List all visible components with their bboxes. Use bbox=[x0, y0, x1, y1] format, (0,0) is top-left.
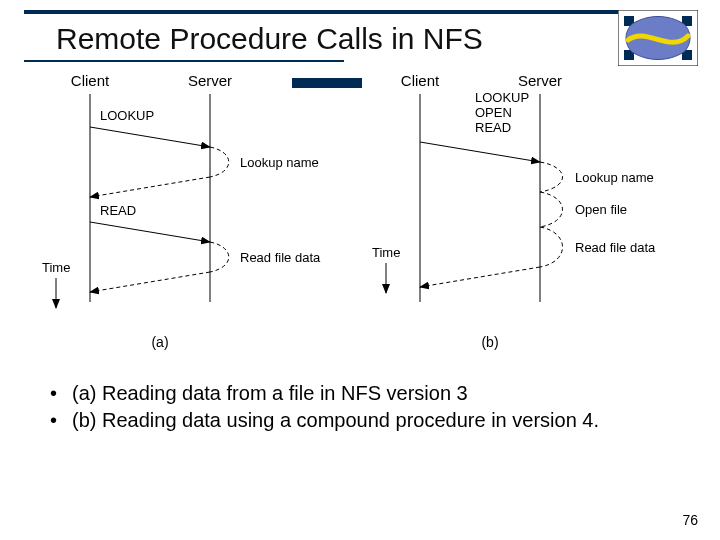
sequence-diagrams: Client Server LOOKUP Lookup name READ Re… bbox=[40, 72, 680, 362]
bullet-a: (a) Reading data from a file in NFS vers… bbox=[72, 380, 468, 407]
title-underline bbox=[24, 60, 344, 62]
time-label-a: Time bbox=[42, 260, 70, 275]
label-server-b: Server bbox=[518, 72, 562, 89]
caption-a: (a) bbox=[151, 334, 168, 350]
label-client-a: Client bbox=[71, 72, 110, 89]
header-rule bbox=[24, 10, 696, 14]
svg-line-9 bbox=[90, 222, 210, 242]
svg-line-14 bbox=[420, 142, 540, 162]
label-client-b: Client bbox=[401, 72, 440, 89]
svg-line-15 bbox=[420, 267, 540, 287]
bullet-dot-icon: • bbox=[50, 407, 72, 434]
reply-read-file-data-b: Read file data bbox=[575, 240, 656, 255]
op-lookup-a: LOOKUP bbox=[100, 108, 154, 123]
bullet-dot-icon: • bbox=[50, 380, 72, 407]
reply-lookup-name-a: Lookup name bbox=[240, 155, 319, 170]
label-server-a: Server bbox=[188, 72, 232, 89]
diagram-a: Client Server LOOKUP Lookup name READ Re… bbox=[42, 72, 321, 350]
page-number: 76 bbox=[682, 512, 698, 528]
reply-read-file-data-a: Read file data bbox=[240, 250, 321, 265]
logo-badge bbox=[618, 10, 698, 66]
op-read-b: READ bbox=[475, 120, 511, 135]
reply-open-file-b: Open file bbox=[575, 202, 627, 217]
svg-line-10 bbox=[90, 272, 210, 292]
bullet-b: (b) Reading data using a compound proced… bbox=[72, 407, 599, 434]
op-lookup-b: LOOKUP bbox=[475, 90, 529, 105]
caption-b: (b) bbox=[481, 334, 498, 350]
svg-line-7 bbox=[90, 127, 210, 147]
time-label-b: Time bbox=[372, 245, 400, 260]
reply-lookup-name-b: Lookup name bbox=[575, 170, 654, 185]
bullet-list: • (a) Reading data from a file in NFS ve… bbox=[50, 380, 680, 434]
diagram-b: Client Server LOOKUP OPEN READ Lookup na… bbox=[372, 72, 656, 350]
svg-line-8 bbox=[90, 177, 210, 197]
op-read-a: READ bbox=[100, 203, 136, 218]
op-open-b: OPEN bbox=[475, 105, 512, 120]
slide-title: Remote Procedure Calls in NFS bbox=[56, 22, 483, 56]
